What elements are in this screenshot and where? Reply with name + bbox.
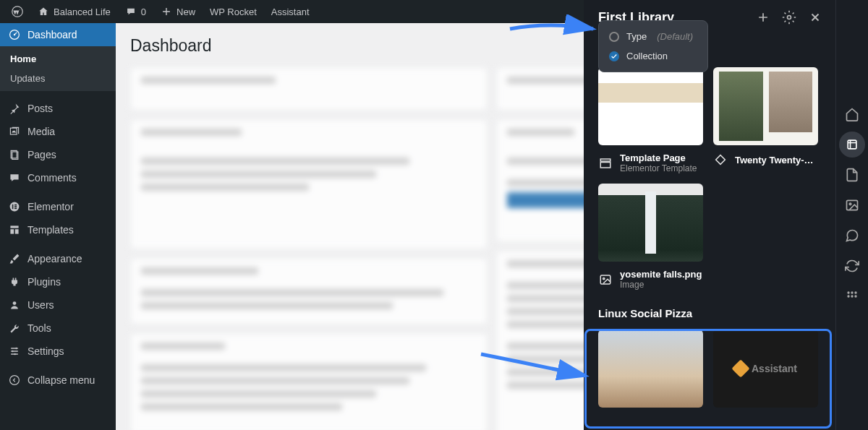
side-btn-content[interactable]: [839, 162, 865, 188]
library-item-yosemite[interactable]: yosemite falls.png Image: [598, 184, 703, 290]
side-btn-apps[interactable]: [839, 283, 865, 309]
submenu-dashboard: Home Updates: [0, 46, 116, 91]
comment-icon: [125, 6, 137, 17]
svg-rect-11: [10, 225, 18, 228]
svg-point-17: [14, 353, 16, 355]
menu-tools[interactable]: Tools: [0, 317, 116, 340]
side-btn-home[interactable]: [839, 101, 865, 127]
library-item-pizza[interactable]: [598, 330, 703, 408]
close-button[interactable]: [807, 9, 824, 26]
templates-icon: [9, 224, 20, 236]
media-icon: [9, 126, 20, 137]
library-item-template-page[interactable]: Template Page Elementor Template: [598, 67, 703, 173]
svg-point-31: [847, 295, 849, 297]
comment-icon: [9, 172, 20, 184]
menu-users[interactable]: Users: [0, 293, 116, 317]
diamond-icon: [713, 152, 728, 167]
dashboard-icon: [9, 29, 20, 40]
dashboard-widget: [130, 333, 488, 430]
collapse-icon: [9, 374, 20, 386]
svg-rect-10: [14, 208, 17, 210]
brush-icon: [9, 253, 20, 265]
wp-rocket-link[interactable]: WP Rocket: [204, 0, 263, 23]
user-icon: [9, 299, 20, 311]
svg-point-18: [10, 376, 20, 385]
layout-icon: [598, 156, 613, 171]
section-linux-social-pizza: Linux Social Pizza: [598, 307, 821, 319]
add-button[interactable]: [754, 9, 772, 26]
svg-point-15: [15, 348, 17, 349]
image-icon: [598, 272, 613, 287]
filter-option-type[interactable]: Type (Default): [605, 27, 702, 46]
menu-comments[interactable]: Comments: [0, 166, 116, 189]
dashboard-widget: [130, 258, 488, 324]
side-btn-libraries[interactable]: [839, 132, 865, 158]
svg-point-16: [12, 351, 13, 352]
library-item-assistant[interactable]: Assistant: [713, 330, 818, 408]
plus-icon: [161, 6, 172, 17]
side-toolbar: [835, 0, 868, 430]
menu-plugins[interactable]: Plugins: [0, 270, 116, 293]
menu-dashboard[interactable]: Dashboard: [0, 23, 116, 46]
sliders-icon: [9, 345, 20, 357]
filter-option-collection[interactable]: Collection: [605, 46, 702, 66]
assistant-link[interactable]: Assistant: [265, 0, 315, 23]
side-btn-comments[interactable]: [839, 223, 865, 249]
svg-point-27: [849, 203, 851, 205]
thumbnail: [713, 67, 818, 145]
settings-button[interactable]: [780, 9, 798, 26]
admin-sidebar: Dashboard Home Updates Posts Media Pages…: [0, 23, 116, 430]
svg-rect-9: [14, 206, 17, 207]
filter-dropdown: Type (Default) Collection: [598, 20, 708, 72]
svg-rect-12: [10, 229, 14, 233]
wrench-icon: [9, 322, 20, 334]
radio-unchecked-icon: [609, 32, 619, 42]
menu-templates[interactable]: Templates: [0, 218, 116, 241]
svg-point-28: [847, 291, 849, 293]
menu-pages[interactable]: Pages: [0, 143, 116, 166]
home-icon: [38, 6, 49, 17]
collapse-menu[interactable]: Collapse menu: [0, 369, 116, 392]
svg-rect-21: [600, 162, 610, 168]
dashboard-widget: [130, 67, 488, 111]
comments-count: 0: [141, 7, 146, 17]
new-label: New: [176, 7, 195, 17]
side-btn-media[interactable]: [839, 192, 865, 218]
site-name: Balanced Life: [54, 7, 111, 17]
thumbnail: [598, 67, 703, 145]
wp-logo[interactable]: [6, 0, 29, 23]
svg-point-32: [851, 295, 853, 297]
menu-appearance[interactable]: Appearance: [0, 247, 116, 270]
svg-rect-8: [14, 205, 17, 206]
side-btn-updates[interactable]: [839, 253, 865, 279]
thumbnail: [598, 184, 703, 262]
new-content-link[interactable]: New: [155, 0, 201, 23]
menu-settings[interactable]: Settings: [0, 340, 116, 363]
svg-point-24: [603, 278, 605, 279]
pin-icon: [9, 103, 20, 114]
submenu-home[interactable]: Home: [0, 49, 116, 69]
svg-rect-22: [716, 155, 726, 165]
site-name-link[interactable]: Balanced Life: [32, 0, 116, 23]
menu-elementor[interactable]: Elementor: [0, 195, 116, 218]
plug-icon: [9, 276, 20, 288]
comments-link[interactable]: 0: [119, 0, 152, 23]
svg-rect-25: [848, 140, 856, 149]
svg-point-33: [854, 295, 856, 297]
svg-rect-13: [15, 229, 19, 233]
menu-posts[interactable]: Posts: [0, 97, 116, 120]
svg-rect-7: [12, 205, 14, 209]
library-item-twenty-twenty[interactable]: Twenty Twenty-On…: [713, 67, 818, 173]
wordpress-icon: [12, 6, 23, 17]
pages-icon: [9, 149, 20, 160]
svg-point-19: [788, 16, 791, 20]
submenu-updates[interactable]: Updates: [0, 69, 116, 88]
svg-point-29: [851, 291, 853, 293]
dashboard-widget: [130, 119, 488, 249]
thumbnail: [598, 330, 703, 408]
svg-point-14: [13, 301, 17, 305]
radio-checked-icon: [609, 51, 619, 61]
assistant-panel: First Library Type (Default) Collection …: [584, 0, 868, 430]
elementor-icon: [9, 201, 20, 212]
menu-media[interactable]: Media: [0, 120, 116, 143]
